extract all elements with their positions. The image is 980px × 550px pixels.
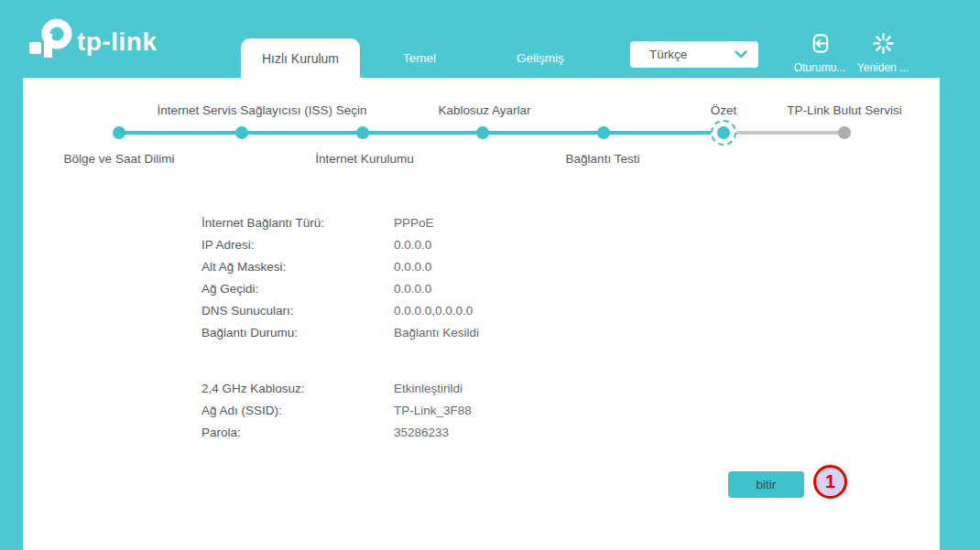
reboot-label: Yeniden ...	[857, 61, 909, 74]
summary-label: Alt Ağ Maskesi:	[201, 260, 394, 274]
logout-icon	[809, 32, 832, 59]
logout-button[interactable]: Oturumu...	[790, 32, 849, 74]
summary-label: DNS Sunucuları:	[201, 304, 394, 318]
language-select-value: Türkçe	[630, 48, 735, 61]
tab-basic-label: Temel	[403, 51, 436, 65]
left-margin-strip	[0, 78, 23, 550]
summary-label: Parola:	[201, 426, 394, 439]
annotation-marker-1: 1	[813, 465, 847, 499]
summary-value: Bağlantı Kesildi	[394, 326, 479, 340]
annotation-number: 1	[825, 471, 835, 492]
step-dot-isp	[235, 126, 248, 139]
summary-row-ssid: Ağ Adı (SSID): TP-Link_3F88	[201, 399, 714, 421]
tp-link-logo[interactable]: tp-link	[26, 14, 158, 61]
finish-button[interactable]: bitir	[728, 471, 804, 498]
step-dot-internet-setup	[356, 126, 369, 139]
summary-value: 0.0.0.0	[394, 238, 431, 252]
chevron-down-icon	[735, 50, 747, 59]
summary-row-gateway: Ağ Geçidi: 0.0.0.0	[201, 277, 714, 299]
stepper-track-completed	[119, 131, 724, 135]
summary-label: Bağlantı Durumu:	[201, 326, 394, 340]
summary-value: 0.0.0.0,0.0.0.0	[394, 304, 473, 318]
summary-value: 35286233	[394, 426, 449, 439]
tab-quick-setup-label: Hızlı Kurulum	[262, 51, 339, 66]
reboot-button[interactable]: Yeniden ...	[854, 32, 912, 74]
summary-value: 0.0.0.0	[394, 260, 431, 274]
summary-value: TP-Link_3F88	[394, 404, 472, 417]
summary-label: 2,4 GHz Kablosuz:	[201, 382, 394, 395]
summary-row-password: Parola: 35286233	[201, 421, 714, 443]
step-label-isp: İnternet Servis Sağlayıcısı (ISS) Seçin	[158, 103, 367, 117]
summary-label: Ağ Adı (SSID):	[201, 404, 394, 417]
summary-row-subnet-mask: Alt Ağ Maskesi: 0.0.0.0	[201, 255, 714, 277]
right-margin-strip	[940, 78, 980, 550]
step-dot-wireless	[476, 126, 489, 139]
language-select[interactable]: Türkçe	[630, 41, 758, 68]
summary-value: 0.0.0.0	[394, 282, 431, 296]
step-label-summary: Özet	[711, 103, 737, 117]
summary-row-ip-address: IP Adresi: 0.0.0.0	[201, 233, 714, 255]
tp-link-logo-text: tp-link	[77, 27, 158, 57]
reboot-icon	[872, 32, 895, 59]
tab-advanced-label: Gelişmiş	[517, 51, 564, 65]
stepper-track-pending	[724, 131, 844, 135]
summary-row-dns: DNS Sunucuları: 0.0.0.0,0.0.0.0	[201, 299, 714, 321]
summary-value: Etkinleştirildi	[394, 382, 463, 395]
summary-label: Ağ Geçidi:	[201, 282, 394, 296]
step-label-wireless: Kablosuz Ayarlar	[438, 103, 530, 117]
step-dot-cloud-service	[838, 126, 851, 139]
summary-row-wireless-24ghz: 2,4 GHz Kablosuz: Etkinleştirildi	[201, 377, 714, 399]
tp-link-logo-icon	[26, 14, 73, 61]
step-label-internet-setup: İnternet Kurulumu	[315, 152, 413, 166]
wireless-summary: 2,4 GHz Kablosuz: Etkinleştirildi Ağ Adı…	[201, 377, 714, 443]
step-label-connection-test: Bağlantı Testi	[566, 152, 640, 166]
summary-row-connection-type: İnternet Bağlantı Türü: PPPoE	[201, 211, 714, 233]
step-dot-connection-test	[597, 126, 610, 139]
tab-basic[interactable]: Temel	[383, 38, 456, 78]
step-label-region-time: Bölge ve Saat Dilimi	[64, 152, 175, 166]
logout-label: Oturumu...	[794, 61, 846, 74]
tab-advanced[interactable]: Gelişmiş	[500, 38, 581, 78]
internet-summary: İnternet Bağlantı Türü: PPPoE IP Adresi:…	[201, 211, 714, 343]
summary-row-connection-status: Bağlantı Durumu: Bağlantı Kesildi	[201, 321, 714, 343]
summary-value: PPPoE	[394, 216, 434, 230]
summary-label: IP Adresi:	[201, 238, 394, 252]
step-dot-region-time	[113, 126, 125, 139]
tab-quick-setup[interactable]: Hızlı Kurulum	[241, 38, 360, 79]
router-setup-page: tp-link Hızlı Kurulum Temel Gelişmiş Tür…	[0, 0, 980, 550]
step-label-cloud-service: TP-Link Bulut Servisi	[787, 103, 901, 117]
summary-label: İnternet Bağlantı Türü:	[201, 216, 394, 230]
step-dot-summary	[717, 126, 730, 139]
